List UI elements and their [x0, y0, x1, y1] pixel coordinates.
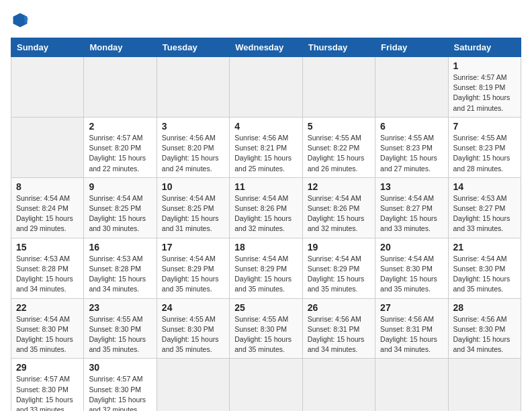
calendar-cell: 9Sunrise: 4:54 AMSunset: 8:25 PMDaylight…	[84, 177, 157, 238]
calendar-cell	[230, 57, 302, 118]
day-number: 15	[16, 242, 79, 253]
calendar-cell	[11, 117, 84, 177]
calendar-cell: 22Sunrise: 4:54 AMSunset: 8:30 PMDayligh…	[11, 298, 84, 359]
calendar-cell	[375, 57, 448, 118]
page-header	[11, 11, 521, 30]
day-number: 29	[16, 362, 79, 373]
day-number: 22	[16, 302, 79, 313]
day-detail: Sunrise: 4:55 AMSunset: 8:30 PMDaylight:…	[234, 314, 297, 355]
calendar-cell: 1Sunrise: 4:57 AMSunset: 8:19 PMDaylight…	[448, 57, 521, 118]
day-number: 26	[308, 302, 370, 313]
day-number: 5	[308, 121, 370, 132]
header-cell-wednesday: Wednesday	[230, 38, 302, 57]
calendar-cell: 7Sunrise: 4:55 AMSunset: 8:23 PMDaylight…	[448, 117, 521, 177]
day-number: 13	[380, 181, 443, 192]
day-detail: Sunrise: 4:54 AMSunset: 8:26 PMDaylight:…	[234, 193, 297, 234]
header-cell-monday: Monday	[84, 38, 157, 57]
calendar-cell: 2Sunrise: 4:57 AMSunset: 8:20 PMDaylight…	[84, 117, 157, 177]
header-cell-friday: Friday	[375, 38, 448, 57]
calendar-cell: 28Sunrise: 4:56 AMSunset: 8:30 PMDayligh…	[448, 298, 521, 359]
day-number: 2	[89, 121, 151, 132]
day-detail: Sunrise: 4:57 AMSunset: 8:19 PMDaylight:…	[453, 73, 516, 113]
day-number: 9	[89, 181, 151, 192]
day-detail: Sunrise: 4:56 AMSunset: 8:31 PMDaylight:…	[380, 314, 443, 355]
logo-icon	[11, 11, 30, 30]
calendar-week-1: 1Sunrise: 4:57 AMSunset: 8:19 PMDaylight…	[11, 57, 521, 118]
day-number: 3	[162, 121, 224, 132]
calendar-cell: 27Sunrise: 4:56 AMSunset: 8:31 PMDayligh…	[375, 298, 448, 359]
day-number: 10	[162, 181, 224, 192]
calendar-cell: 26Sunrise: 4:56 AMSunset: 8:31 PMDayligh…	[302, 298, 375, 359]
calendar-week-3: 8Sunrise: 4:54 AMSunset: 8:24 PMDaylight…	[11, 177, 521, 238]
day-number: 12	[308, 181, 370, 192]
day-detail: Sunrise: 4:55 AMSunset: 8:23 PMDaylight:…	[453, 133, 516, 174]
calendar-week-2: 2Sunrise: 4:57 AMSunset: 8:20 PMDaylight…	[11, 117, 521, 177]
day-number: 19	[308, 242, 370, 253]
day-detail: Sunrise: 4:56 AMSunset: 8:30 PMDaylight:…	[453, 314, 516, 355]
calendar-header: SundayMondayTuesdayWednesdayThursdayFrid…	[11, 38, 521, 57]
calendar-cell: 14Sunrise: 4:53 AMSunset: 8:27 PMDayligh…	[448, 177, 521, 238]
calendar-cell: 20Sunrise: 4:54 AMSunset: 8:30 PMDayligh…	[375, 238, 448, 298]
day-number: 24	[162, 302, 224, 313]
day-detail: Sunrise: 4:54 AMSunset: 8:27 PMDaylight:…	[380, 193, 443, 234]
calendar-cell: 29Sunrise: 4:57 AMSunset: 8:30 PMDayligh…	[11, 359, 84, 411]
header-cell-saturday: Saturday	[448, 38, 521, 57]
day-number: 30	[89, 362, 151, 373]
day-detail: Sunrise: 4:53 AMSunset: 8:28 PMDaylight:…	[89, 254, 151, 295]
day-detail: Sunrise: 4:54 AMSunset: 8:25 PMDaylight:…	[162, 193, 224, 234]
logo	[11, 11, 32, 30]
calendar-week-4: 15Sunrise: 4:53 AMSunset: 8:28 PMDayligh…	[11, 238, 521, 298]
calendar-cell: 17Sunrise: 4:54 AMSunset: 8:29 PMDayligh…	[157, 238, 229, 298]
day-detail: Sunrise: 4:55 AMSunset: 8:23 PMDaylight:…	[380, 133, 443, 174]
calendar-cell: 25Sunrise: 4:55 AMSunset: 8:30 PMDayligh…	[230, 298, 302, 359]
day-detail: Sunrise: 4:56 AMSunset: 8:31 PMDaylight:…	[308, 314, 370, 355]
day-detail: Sunrise: 4:54 AMSunset: 8:25 PMDaylight:…	[89, 193, 151, 234]
calendar-cell: 13Sunrise: 4:54 AMSunset: 8:27 PMDayligh…	[375, 177, 448, 238]
calendar-cell: 5Sunrise: 4:55 AMSunset: 8:22 PMDaylight…	[302, 117, 375, 177]
day-detail: Sunrise: 4:53 AMSunset: 8:28 PMDaylight:…	[16, 254, 79, 295]
day-detail: Sunrise: 4:56 AMSunset: 8:21 PMDaylight:…	[234, 133, 297, 174]
calendar-cell: 19Sunrise: 4:54 AMSunset: 8:29 PMDayligh…	[302, 238, 375, 298]
calendar-body: 1Sunrise: 4:57 AMSunset: 8:19 PMDaylight…	[11, 57, 521, 412]
calendar-cell	[448, 359, 521, 411]
day-detail: Sunrise: 4:54 AMSunset: 8:29 PMDaylight:…	[162, 254, 224, 295]
day-detail: Sunrise: 4:54 AMSunset: 8:30 PMDaylight:…	[16, 314, 79, 355]
day-number: 28	[453, 302, 516, 313]
calendar-cell: 3Sunrise: 4:56 AMSunset: 8:20 PMDaylight…	[157, 117, 229, 177]
day-number: 11	[234, 181, 297, 192]
day-number: 16	[89, 242, 151, 253]
day-number: 23	[89, 302, 151, 313]
day-detail: Sunrise: 4:57 AMSunset: 8:30 PMDaylight:…	[89, 374, 151, 411]
day-number: 4	[234, 121, 297, 132]
header-cell-thursday: Thursday	[302, 38, 375, 57]
calendar-cell: 30Sunrise: 4:57 AMSunset: 8:30 PMDayligh…	[84, 359, 157, 411]
day-number: 8	[16, 181, 79, 192]
day-number: 14	[453, 181, 516, 192]
calendar-cell	[230, 359, 302, 411]
day-detail: Sunrise: 4:55 AMSunset: 8:30 PMDaylight:…	[162, 314, 224, 355]
calendar-cell	[302, 57, 375, 118]
calendar-cell	[302, 359, 375, 411]
calendar-cell	[11, 57, 84, 118]
calendar-cell: 6Sunrise: 4:55 AMSunset: 8:23 PMDaylight…	[375, 117, 448, 177]
header-cell-sunday: Sunday	[11, 38, 84, 57]
calendar-cell	[157, 57, 229, 118]
day-number: 20	[380, 242, 443, 253]
calendar-cell: 21Sunrise: 4:54 AMSunset: 8:30 PMDayligh…	[448, 238, 521, 298]
day-detail: Sunrise: 4:54 AMSunset: 8:30 PMDaylight:…	[453, 254, 516, 295]
day-number: 21	[453, 242, 516, 253]
calendar-cell: 16Sunrise: 4:53 AMSunset: 8:28 PMDayligh…	[84, 238, 157, 298]
day-detail: Sunrise: 4:53 AMSunset: 8:27 PMDaylight:…	[453, 193, 516, 234]
day-detail: Sunrise: 4:55 AMSunset: 8:22 PMDaylight:…	[308, 133, 370, 174]
day-number: 7	[453, 121, 516, 132]
day-detail: Sunrise: 4:54 AMSunset: 8:29 PMDaylight:…	[308, 254, 370, 295]
calendar-week-5: 22Sunrise: 4:54 AMSunset: 8:30 PMDayligh…	[11, 298, 521, 359]
calendar-cell: 24Sunrise: 4:55 AMSunset: 8:30 PMDayligh…	[157, 298, 229, 359]
day-detail: Sunrise: 4:54 AMSunset: 8:24 PMDaylight:…	[16, 193, 79, 234]
day-detail: Sunrise: 4:57 AMSunset: 8:30 PMDaylight:…	[16, 374, 79, 411]
calendar-cell: 12Sunrise: 4:54 AMSunset: 8:26 PMDayligh…	[302, 177, 375, 238]
calendar-cell: 18Sunrise: 4:54 AMSunset: 8:29 PMDayligh…	[230, 238, 302, 298]
day-detail: Sunrise: 4:55 AMSunset: 8:30 PMDaylight:…	[89, 314, 151, 355]
calendar-cell: 8Sunrise: 4:54 AMSunset: 8:24 PMDaylight…	[11, 177, 84, 238]
day-number: 17	[162, 242, 224, 253]
